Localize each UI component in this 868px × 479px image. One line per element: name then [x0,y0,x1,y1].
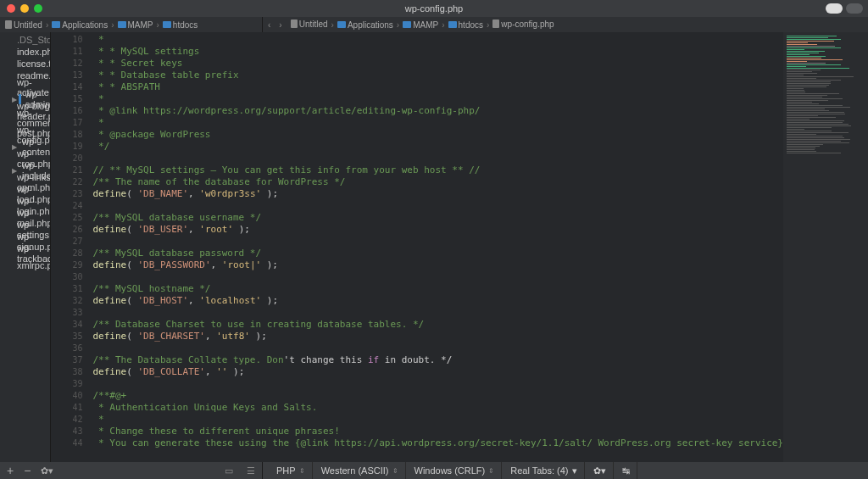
line-number: 26 [51,224,82,236]
code-line[interactable] [92,236,783,248]
crumb-wp-config.php[interactable]: wp-config.php [491,19,555,29]
line-number: 27 [51,236,82,248]
crumb-Untitled[interactable]: Untitled [3,20,44,30]
code-line[interactable]: * * ABSPATH [92,81,783,93]
file-wp-trackback.php[interactable]: wp-trackback.php [0,248,50,259]
tabs-selector[interactable]: Real Tabs: (4)▾ [504,462,584,479]
code-line[interactable]: * * Database table prefix [92,70,783,81]
line-number: 41 [51,402,82,414]
crumb-Applications[interactable]: Applications [50,20,109,30]
maximize-icon[interactable] [34,4,42,13]
code-line[interactable] [92,378,783,390]
status-bar: + − ✿▾ ▭ ☰ PHP⇕ Western (ASCII)⇕ Windows… [0,462,868,479]
code-line[interactable]: /** Database Charset to use in creating … [92,319,783,331]
code-line[interactable]: * [92,93,783,105]
line-number: 15 [51,93,82,105]
code-line[interactable] [92,343,783,354]
code-line[interactable]: /** MySQL hostname */ [92,283,783,295]
code-line[interactable] [92,271,783,283]
line-number: 40 [51,390,82,402]
line-number: 42 [51,414,82,426]
file-label: .DS_Store [17,35,51,45]
editor-breadcrumb[interactable]: ‹ › Untitled› Applications› MAMP› htdocs… [263,17,868,32]
view-icon-2[interactable]: ☰ [247,465,255,476]
line-number: 16 [51,105,82,117]
window-controls [7,4,42,13]
line-gutter: 1011121314151617181920212223242526272829… [51,32,89,462]
view-icon-1[interactable]: ▭ [225,465,233,476]
file-xmlrpc.php[interactable]: xmlrpc.php [0,259,50,271]
code-line[interactable] [92,153,783,164]
code-line[interactable]: * Authentication Unique Keys and Salts. [92,402,783,414]
code-line[interactable]: /** The Database Collate type. Don't cha… [92,354,783,366]
line-number: 22 [51,176,82,188]
code-line[interactable]: * Change these to different unique phras… [92,426,783,437]
crumb-Applications[interactable]: Applications [336,20,395,30]
crumb-MAMP[interactable]: MAMP [401,20,440,30]
code-line[interactable]: * * MySQL settings [92,46,783,58]
minimap[interactable] [783,32,868,462]
code-line[interactable]: // ** MySQL settings – You can get this … [92,164,783,176]
code-line[interactable]: define( 'DB_NAME', 'w0rdpr3ss' ); [92,188,783,200]
file-.DS_Store[interactable]: .DS_Store [0,34,50,46]
code-line[interactable]: define( 'DB_USER', 'root' ); [92,224,783,236]
language-selector[interactable]: PHP⇕ [270,462,313,479]
crumb-MAMP[interactable]: MAMP [116,20,155,30]
code-line[interactable]: /** The name of the database for WordPre… [92,176,783,188]
titlebar: wp-config.php [0,0,868,17]
crumb-htdocs[interactable]: htdocs [161,20,199,30]
file-label: license.txt [17,58,51,69]
encoding-selector[interactable]: Western (ASCII)⇕ [314,462,406,479]
code-area[interactable]: * * * MySQL settings * * Secret keys * *… [89,32,783,462]
pane-toggle-1[interactable] [826,3,843,14]
file-index.php[interactable]: index.php [0,46,50,58]
code-line[interactable] [92,200,783,212]
lineending-selector[interactable]: Windows (CRLF)⇕ [408,462,503,479]
line-number: 35 [51,331,82,343]
code-line[interactable]: /**#@+ [92,390,783,402]
file-tree[interactable]: .DS_Store index.php license.txt readme.h… [0,32,51,462]
code-line[interactable]: define( 'DB_PASSWORD', 'root|' ); [92,259,783,271]
code-line[interactable]: * [92,117,783,129]
code-line[interactable]: * @link https://wordpress.org/support/ar… [92,105,783,117]
pane-toggle-2[interactable] [846,3,863,14]
code-editor[interactable]: 1011121314151617181920212223242526272829… [51,32,868,462]
code-line[interactable]: * * Secret keys [92,58,783,70]
line-number: 29 [51,259,82,271]
code-line[interactable]: define( 'DB_HOST', 'localhost' ); [92,295,783,307]
line-number: 28 [51,248,82,259]
nav-fwd-icon[interactable]: › [279,20,281,30]
code-line[interactable]: define( 'DB_COLLATE', '' ); [92,366,783,378]
gear-icon[interactable]: ✿▾ [41,465,53,476]
close-icon[interactable] [7,4,15,13]
sidebar-breadcrumb[interactable]: Untitled› Applications› MAMP› htdocs [0,17,263,32]
code-line[interactable]: * [92,34,783,46]
titlebar-toggles [826,3,863,14]
line-number: 38 [51,366,82,378]
crumb-htdocs[interactable]: htdocs [447,20,485,30]
code-line[interactable] [92,307,783,319]
add-icon[interactable]: + [7,464,14,477]
nav-back-icon[interactable]: ‹ [268,20,270,30]
crumb-Untitled[interactable]: Untitled [289,19,330,29]
line-number: 25 [51,212,82,224]
line-number: 24 [51,200,82,212]
gear-status-icon[interactable]: ✿▾ [587,462,614,479]
remove-icon[interactable]: − [24,464,31,477]
code-line[interactable]: * @package WordPress [92,129,783,141]
file-license.txt[interactable]: license.txt [0,58,50,70]
line-number: 23 [51,188,82,200]
code-line[interactable]: * [92,414,783,426]
wrap-icon[interactable]: ↹ [615,462,637,479]
code-line[interactable]: * You can generate these using the {@lin… [92,437,783,449]
line-number: 33 [51,307,82,319]
code-line[interactable]: /** MySQL database username */ [92,212,783,224]
line-number: 31 [51,283,82,295]
minimize-icon[interactable] [20,4,29,13]
line-number: 14 [51,81,82,93]
code-line[interactable]: */ [92,141,783,153]
code-line[interactable]: define( 'DB_CHARSET', 'utf8' ); [92,331,783,343]
line-number: 44 [51,437,82,449]
line-number: 12 [51,58,82,70]
code-line[interactable]: /** MySQL database password */ [92,248,783,259]
